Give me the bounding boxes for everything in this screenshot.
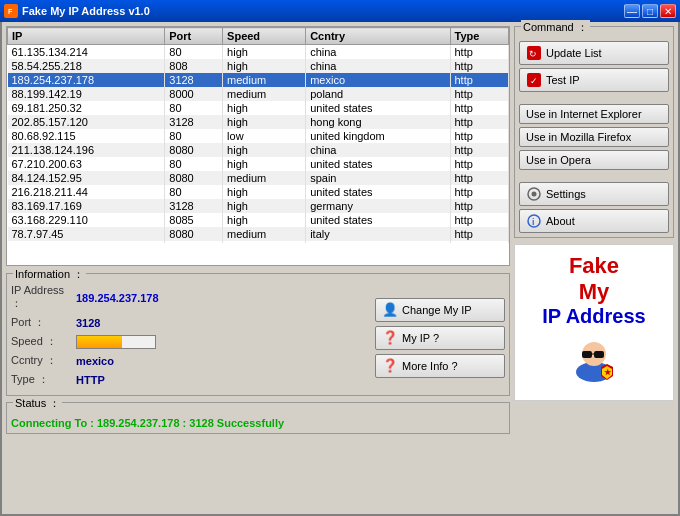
command-section: Command ： ↻ Update List xyxy=(514,26,674,238)
info-content: IP Address ： 189.254.237.178 Port ： 3128… xyxy=(11,284,505,391)
main-window: IP Port Speed Ccntry Type 61.135.134.214… xyxy=(0,22,680,516)
ip-label: IP Address ： xyxy=(11,284,76,311)
col-speed[interactable]: Speed xyxy=(223,28,306,45)
test-ip-button[interactable]: ✓ Test IP xyxy=(519,68,669,92)
brand-section: Fake My IP Address xyxy=(514,244,674,401)
port-row: Port ： 3128 xyxy=(11,315,367,330)
title-bar: F Fake My IP Address v1.0 — □ ✕ xyxy=(0,0,680,22)
table-row[interactable]: 84.124.152.95 8080 medium spain http xyxy=(8,171,509,185)
ip-row: IP Address ： 189.254.237.178 xyxy=(11,284,367,311)
brand-line3: IP Address xyxy=(519,305,669,328)
speed-fill xyxy=(77,336,122,348)
content-area: IP Port Speed Ccntry Type 61.135.134.214… xyxy=(6,26,674,510)
table-row[interactable]: 67.210.200.63 80 high united states http xyxy=(8,157,509,171)
app-icon: F xyxy=(4,4,18,18)
svg-text:✓: ✓ xyxy=(530,76,538,86)
type-row: Type ： HTTP xyxy=(11,372,367,387)
maximize-button[interactable]: □ xyxy=(642,4,658,18)
table-row[interactable]: 88.199.142.19 8000 medium poland http xyxy=(8,87,509,101)
info-section: Information ： IP Address ： 189.254.237.1… xyxy=(6,273,510,396)
status-text: Connecting To : 189.254.237.178 : 3128 S… xyxy=(11,417,505,429)
window-title: Fake My IP Address v1.0 xyxy=(22,5,624,17)
svg-rect-12 xyxy=(582,351,592,358)
use-firefox-button[interactable]: Use in Mozilla Firefox xyxy=(519,127,669,147)
info-fields: IP Address ： 189.254.237.178 Port ： 3128… xyxy=(11,284,367,391)
svg-text:i: i xyxy=(532,217,535,227)
svg-text:↻: ↻ xyxy=(529,49,537,59)
speed-label: Speed ： xyxy=(11,334,76,349)
table-row[interactable]: 211.138.124.196 8080 high china http xyxy=(8,143,509,157)
ip-table: IP Port Speed Ccntry Type 61.135.134.214… xyxy=(7,27,509,243)
settings-button[interactable]: Settings xyxy=(519,182,669,206)
update-icon: ↻ xyxy=(526,45,542,61)
port-value: 3128 xyxy=(76,317,100,329)
my-ip-button[interactable]: ❓ My IP ? xyxy=(375,326,505,350)
info-icon: ❓ xyxy=(382,358,398,374)
svg-rect-13 xyxy=(594,351,604,358)
update-list-button[interactable]: ↻ Update List xyxy=(519,41,669,65)
use-opera-button[interactable]: Use in Opera xyxy=(519,150,669,170)
svg-text:F: F xyxy=(8,8,13,15)
window-controls: — □ ✕ xyxy=(624,4,676,18)
table-row[interactable]: 78.7.97.45 8080 medium italy http xyxy=(8,227,509,241)
close-button[interactable]: ✕ xyxy=(660,4,676,18)
status-label: Status ： xyxy=(13,396,62,411)
about-icon: i xyxy=(526,213,542,229)
type-value: HTTP xyxy=(76,374,105,386)
table-scroll[interactable]: IP Port Speed Ccntry Type 61.135.134.214… xyxy=(7,27,509,243)
col-type[interactable]: Type xyxy=(450,28,509,45)
table-row[interactable]: 80.68.92.115 80 low united kingdom http xyxy=(8,129,509,143)
speed-bar xyxy=(76,335,156,349)
type-label: Type ： xyxy=(11,372,76,387)
left-panel: IP Port Speed Ccntry Type 61.135.134.214… xyxy=(6,26,510,510)
table-row[interactable]: 58.54.255.218 808 high china http xyxy=(8,59,509,73)
speed-row: Speed ： xyxy=(11,334,367,349)
about-button[interactable]: i About xyxy=(519,209,669,233)
country-row: Ccntry ： mexico xyxy=(11,353,367,368)
brand-icon: ★ xyxy=(519,334,669,392)
country-value: mexico xyxy=(76,355,114,367)
more-info-button[interactable]: ❓ More Info ? xyxy=(375,354,505,378)
table-row[interactable]: 61.135.134.214 80 high china http xyxy=(8,45,509,60)
ip-table-section: IP Port Speed Ccntry Type 61.135.134.214… xyxy=(6,26,510,266)
info-label: Information ： xyxy=(13,267,86,282)
table-row[interactable]: 202.85.157.120 3128 high hong kong http xyxy=(8,115,509,129)
table-row[interactable]: 216.218.211.44 80 high united states htt… xyxy=(8,185,509,199)
test-icon: ✓ xyxy=(526,72,542,88)
brand-line1: Fake xyxy=(519,253,669,279)
minimize-button[interactable]: — xyxy=(624,4,640,18)
change-ip-button[interactable]: 👤 Change My IP xyxy=(375,298,505,322)
question-icon: ❓ xyxy=(382,330,398,346)
action-buttons: 👤 Change My IP ❓ My IP ? ❓ More Info ? xyxy=(375,284,505,391)
right-panel: Command ： ↻ Update List xyxy=(514,26,674,510)
table-row[interactable]: 83.169.17.169 3128 high germany http xyxy=(8,199,509,213)
ip-value: 189.254.237.178 xyxy=(76,292,159,304)
port-label: Port ： xyxy=(11,315,76,330)
person-icon: 👤 xyxy=(382,302,398,318)
status-section: Status ： Connecting To : 189.254.237.178… xyxy=(6,402,510,434)
command-label: Command ： xyxy=(521,20,590,35)
svg-point-7 xyxy=(532,192,537,197)
table-row[interactable]: 209.97.203.60 80 medium unknown http xyxy=(8,241,509,243)
table-row[interactable]: 63.168.229.110 8085 high united states h… xyxy=(8,213,509,227)
col-port[interactable]: Port xyxy=(165,28,223,45)
brand-line2: My xyxy=(519,279,669,305)
settings-icon xyxy=(526,186,542,202)
svg-text:★: ★ xyxy=(604,368,612,377)
table-row[interactable]: 69.181.250.32 80 high united states http xyxy=(8,101,509,115)
col-country[interactable]: Ccntry xyxy=(306,28,450,45)
use-ie-button[interactable]: Use in Internet Explorer xyxy=(519,104,669,124)
col-ip[interactable]: IP xyxy=(8,28,165,45)
table-row[interactable]: 189.254.237.178 3128 medium mexico http xyxy=(8,73,509,87)
country-label: Ccntry ： xyxy=(11,353,76,368)
